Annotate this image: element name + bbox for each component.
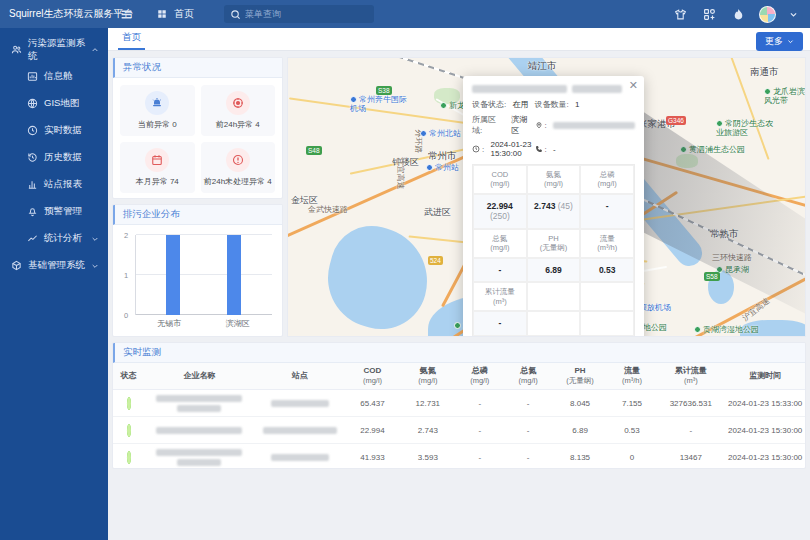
road-shield: G346 [666,116,686,125]
sidebar-item-1[interactable]: 信息舱 [0,63,108,90]
alarm-icon [145,91,169,115]
abnormal-card-3[interactable]: 前24h未处理异常 4 [201,142,276,193]
sidebar-item-0[interactable]: 污染源监测系统 [0,36,108,63]
cell-value: 13467 [656,444,725,470]
x-tick-label: 无锡市 [135,318,204,329]
close-icon[interactable]: ✕ [629,79,638,92]
sidebar-item-5[interactable]: 站点报表 [0,171,108,198]
app-title: Squirrel生态环境云服务平台 [0,7,108,21]
cell-value: 7.155 [608,390,656,417]
map-label-poi-blue: 常州奔牛国际机场 [350,96,408,114]
cell-value: 2024-01-23 15:33:00 [725,390,805,417]
sidebar-item-2[interactable]: GIS地图 [0,90,108,117]
chevron-up-icon [91,46,99,54]
cell-value: - [504,417,552,444]
cell-value: - [656,417,725,444]
metric-value: - [473,311,527,336]
more-button[interactable]: 更多 [756,32,803,51]
metric-value: 22.994 (250) [473,194,527,229]
park-poi-icon [440,102,447,109]
table-row[interactable]: 41.9333.593--8.1350134672024-01-23 15:30… [113,444,805,470]
popup-phone: - [553,145,556,154]
menu-icon[interactable] [118,6,134,22]
cell-value: 65.437 [345,390,400,417]
abnormal-card-0[interactable]: 当前异常 0 [120,85,195,136]
table-row[interactable]: 22.9942.743--6.890.53-2024-01-23 15:30:0… [113,417,805,444]
cell-value: 12.731 [400,390,455,417]
avatar[interactable] [759,6,776,23]
map-label-city: 南通市 [750,66,779,79]
map[interactable]: ✕ 设备状态: 在用 设备数量: 1 所属区域: 滨湖区 : : 2024-01… [287,57,806,337]
system-icon [11,44,22,55]
station-name-redacted [271,400,329,407]
cell-value: 6.89 [552,417,607,444]
barchart-icon [27,179,38,190]
theme-icon[interactable] [672,6,688,22]
transport-poi-icon [420,130,427,137]
device-count-value: 1 [575,100,579,109]
tab-home[interactable]: 首页 [118,28,145,50]
clock-icon [27,125,38,136]
menu-search[interactable] [224,5,374,23]
sidebar-item-6[interactable]: 预警管理 [0,198,108,225]
map-label-city: 常州市 [428,150,457,163]
sidebar-item-label: GIS地图 [44,97,79,110]
device-status-value: 在用 [512,99,528,110]
metric-label: 累计流量(m³) [473,282,527,311]
layout-icon[interactable] [701,6,717,22]
sidebar-item-4[interactable]: 历史数据 [0,144,108,171]
road-shield: S58 [704,272,720,281]
chevron-down-icon[interactable] [789,6,798,22]
lake-gehu [317,217,439,337]
sidebar-item-8[interactable]: 基础管理系统 [0,252,108,279]
search-input[interactable] [245,9,368,19]
cell-value: - [504,444,552,470]
realtime-monitor-panel: 实时监测 状态企业名称站点COD(mg/l)氨氮(mg/l)总磷(mg/l)总氮… [112,342,806,469]
abnormal-card-1[interactable]: 前24h异常 4 [201,85,276,136]
x-tick-label: 滨湖区 [204,318,273,329]
cell-value: - [456,417,504,444]
location-pin-icon [535,121,543,129]
flame-icon[interactable] [730,6,746,22]
map-label-road: 金武快速路 [308,204,348,215]
abnormal-card-label: 本月异常 74 [136,176,179,187]
metric-value: - [473,258,527,283]
map-label-poi-blue: 常州北站 [420,130,461,139]
cell-value: 22.994 [345,417,400,444]
chevron-down-icon [91,235,99,243]
transport-poi-icon [350,96,357,103]
cell-value: 3.593 [400,444,455,470]
company-name-redacted [145,395,254,412]
content: 异常状况 当前异常 0前24h异常 4本月异常 74前24h未处理异常 4 排污… [108,52,810,540]
sidebar-item-7[interactable]: 统计分析 [0,225,108,252]
cell-value: 2024-01-23 15:30:00 [725,444,805,470]
metric-label: 氨氮(mg/l) [527,165,581,194]
bar-滨湖区 [227,235,241,315]
history-icon [27,152,38,163]
warning-icon [226,148,250,172]
park-poi-icon [764,88,771,95]
abnormal-card-label: 前24h异常 4 [216,119,260,130]
cell-value: 8.135 [552,444,607,470]
abnormal-status-panel: 异常状况 当前异常 0前24h异常 4本月异常 74前24h未处理异常 4 [112,57,283,199]
sidebar: 污染源监测系统信息舱GIS地图实时数据历史数据站点报表预警管理统计分析基础管理系… [0,28,108,540]
column-header-流量: 流量(m³/h) [608,363,656,390]
table-row[interactable]: 65.43712.731--8.0457.155327636.5312024-0… [113,390,805,417]
globe-icon [27,98,38,109]
column-header-企业名称: 企业名称 [144,363,255,390]
road-shield: S48 [306,146,322,155]
chevron-down-icon [91,262,99,270]
abnormal-card-2[interactable]: 本月异常 74 [120,142,195,193]
more-button-label: 更多 [765,35,783,48]
nav-home[interactable]: 首页 [154,6,194,22]
metric-value: 0.53 [580,258,634,283]
column-header-监测时间: 监测时间 [725,363,805,390]
column-header-总氮: 总氮(mg/l) [504,363,552,390]
cell-value: 8.045 [552,390,607,417]
sidebar-item-label: 污染源监测系统 [28,37,85,63]
sidebar-item-3[interactable]: 实时数据 [0,117,108,144]
company-name-redacted [145,449,254,466]
metric-value: 2.743 (45) [527,194,581,229]
map-label-district: 武进区 [424,206,451,219]
calendar-icon [145,148,169,172]
